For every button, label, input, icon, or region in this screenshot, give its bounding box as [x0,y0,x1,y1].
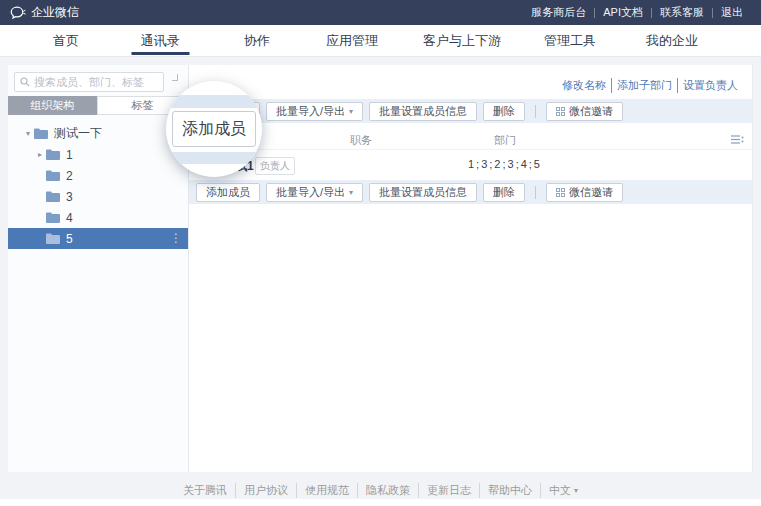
tab-app-management[interactable]: 应用管理 [326,25,378,57]
footer-links: 关于腾讯 用户协议 使用规范 隐私政策 更新日志 帮助中心 中文 ▾ [0,483,761,498]
tree-item-label: 4 [66,211,73,225]
footer-link-help-center[interactable]: 帮助中心 [479,483,540,498]
column-header-position: 职务 [339,133,383,148]
tree-item-5[interactable]: 5 ⋮ [8,228,188,249]
tree-item-label: 2 [66,169,73,183]
footer-link-usage-rules[interactable]: 使用规范 [296,483,357,498]
chevron-down-icon: ▾ [349,107,353,116]
spotlight-strip [166,152,262,164]
topbar: 企业微信 服务商后台 API文档 联系客服 退出 [0,0,761,25]
sidebar: 组织架构 标签 ▾ 测试一下 ▸ 1 [8,65,189,472]
button-label: 批量导入/导出 [276,104,345,119]
org-tree: ▾ 测试一下 ▸ 1 2 [8,123,188,249]
tutorial-spotlight: 添加成员 [166,81,262,177]
chevron-down-icon: ▾ [574,486,578,495]
action-add-sub-department[interactable]: 添加子部门 [611,78,677,93]
main-panel: 修改名称 添加子部门 设置负责人 添加成员 批量导入/导出 ▾ 批量设置成员信息… [189,65,753,472]
tree-item-label: 5 [66,232,73,246]
tab-home[interactable]: 首页 [53,25,79,57]
tab-collaboration[interactable]: 协作 [244,25,270,57]
button-label: 批量设置成员信息 [379,104,467,119]
search-input[interactable] [34,76,158,88]
wechat-work-logo-icon [10,6,26,20]
more-actions-icon[interactable]: ⋮ [170,231,182,245]
tab-customers-upstream-downstream[interactable]: 客户与上下游 [423,25,501,57]
search-icon [20,77,30,87]
column-settings-icon[interactable] [731,134,744,145]
folder-icon [46,170,60,181]
delete-button[interactable]: 删除 [483,183,525,202]
divider [535,186,536,199]
footer-link-changelog[interactable]: 更新日志 [418,483,479,498]
tree-item-label: 1 [66,148,73,162]
qr-grid-icon [556,188,565,197]
folder-icon [46,191,60,202]
delete-button[interactable]: 删除 [483,102,525,121]
folder-icon [46,212,60,223]
tree-item-root[interactable]: ▾ 测试一下 [8,123,188,144]
tab-admin-tools[interactable]: 管理工具 [544,25,596,57]
button-label: 批量设置成员信息 [379,185,467,200]
qr-grid-icon [556,107,565,116]
link-service-provider-console[interactable]: 服务商后台 [523,5,594,20]
tree-item-1[interactable]: ▸ 1 [8,144,188,165]
wechat-invite-button[interactable]: 微信邀请 [546,183,623,202]
batch-set-member-info-button[interactable]: 批量设置成员信息 [369,102,477,121]
batch-import-export-button[interactable]: 批量导入/导出 ▾ [266,183,363,202]
wechat-invite-button[interactable]: 微信邀请 [546,102,623,121]
folder-icon [46,149,60,160]
action-rename[interactable]: 修改名称 [557,78,611,93]
footer-link-about-tencent[interactable]: 关于腾讯 [175,483,235,498]
add-member-button[interactable]: 添加成员 [196,183,260,202]
footer-language-selector[interactable]: 中文 ▾ [540,483,586,498]
member-toolbar: 添加成员 批量导入/导出 ▾ 批量设置成员信息 删除 [189,180,752,204]
batch-set-member-info-button[interactable]: 批量设置成员信息 [369,183,477,202]
main-nav: 首页 通讯录 协作 应用管理 客户与上下游 管理工具 我的企业 [0,25,761,57]
member-toolbar: 添加成员 批量导入/导出 ▾ 批量设置成员信息 删除 [189,99,752,123]
folder-icon [46,233,60,244]
department-actions: 修改名称 添加子部门 设置负责人 [557,78,743,93]
tree-item-4[interactable]: 4 [8,207,188,228]
chevron-down-icon[interactable]: ▾ [22,129,34,138]
button-label: 删除 [493,104,515,119]
tab-org-structure[interactable]: 组织架构 [8,96,97,115]
column-header-department: 部门 [445,133,565,148]
language-label: 中文 [549,483,571,498]
button-label: 添加成员 [206,185,250,200]
button-label: 批量导入/导出 [276,185,345,200]
button-label: 删除 [493,185,515,200]
tab-my-enterprise[interactable]: 我的企业 [646,25,698,57]
tree-item-3[interactable]: 3 [8,186,188,207]
action-set-leader[interactable]: 设置负责人 [677,78,743,93]
button-label: 微信邀请 [569,104,613,119]
folder-icon [34,128,48,139]
footer-link-user-agreement[interactable]: 用户协议 [235,483,296,498]
member-departments: 1;3;2;3;4;5 [445,158,565,170]
button-label: 微信邀请 [569,185,613,200]
link-contact-support[interactable]: 联系客服 [652,5,712,20]
search-box[interactable] [14,72,164,92]
tree-item-2[interactable]: 2 [8,165,188,186]
batch-import-export-button[interactable]: 批量导入/导出 ▾ [266,102,363,121]
leader-badge: 负责人 [255,157,295,175]
tree-item-label: 测试一下 [54,125,102,142]
link-api-docs[interactable]: API文档 [595,5,651,20]
link-logout[interactable]: 退出 [713,5,751,20]
topbar-links: 服务商后台 API文档 联系客服 退出 [523,5,751,20]
tree-item-label: 3 [66,190,73,204]
divider [535,105,536,118]
tab-contacts[interactable]: 通讯录 [141,25,180,57]
search-collapse-icon[interactable] [172,74,178,81]
member-table-header: 职务 部门 [189,130,752,150]
table-row[interactable]: 测试1 负责人 1;3;2;3;4;5 [189,151,752,179]
sidebar-tabs: 组织架构 标签 [8,96,188,115]
spotlight-strip [166,95,262,108]
logo: 企业微信 [10,4,79,21]
footer-link-privacy-policy[interactable]: 隐私政策 [357,483,418,498]
chevron-down-icon: ▾ [349,188,353,197]
logo-text: 企业微信 [31,4,79,21]
footer: 关于腾讯 用户协议 使用规范 隐私政策 更新日志 帮助中心 中文 ▾ [0,472,761,506]
chevron-right-icon[interactable]: ▸ [34,150,46,159]
add-member-button-highlighted[interactable]: 添加成员 [172,111,256,147]
app-window: 企业微信 服务商后台 API文档 联系客服 退出 首页 通讯录 协作 应用管理 … [0,0,761,506]
